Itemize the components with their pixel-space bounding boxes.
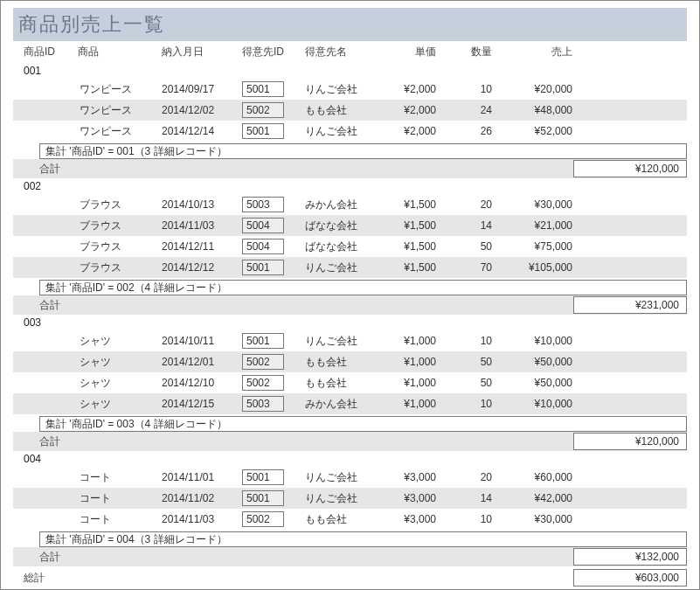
header-date: 納入月日	[162, 45, 239, 59]
customer-id: 5003	[242, 396, 301, 412]
grand-total-row: 総計 ¥603,000	[13, 568, 687, 587]
customer-id-field[interactable]: 5003	[242, 396, 284, 412]
customer-name: もも会社	[305, 512, 378, 527]
data-row: コート2014/11/035002もも会社¥3,00010¥30,000	[13, 509, 687, 530]
customer-id: 5001	[242, 490, 301, 506]
group-summary-box: 集計 '商品ID' = 004（3 詳細レコード）	[39, 531, 687, 547]
product-name: ワンピース	[78, 124, 158, 139]
customer-id-field[interactable]: 5004	[242, 218, 284, 233]
subtotal-value: ¥231,000	[573, 296, 687, 314]
customer-id-field[interactable]: 5001	[242, 333, 284, 349]
delivery-date: 2014/12/01	[162, 356, 239, 368]
subtotal-value: ¥132,000	[573, 548, 687, 566]
delivery-date: 2014/11/01	[162, 471, 239, 483]
subtotal-label: 合計	[13, 434, 100, 449]
delivery-date: 2014/12/15	[162, 398, 239, 410]
product-name: コート	[78, 470, 158, 485]
customer-name: りんご会社	[305, 334, 378, 349]
subtotal-value: ¥120,000	[573, 160, 687, 177]
report-title: 商品別売上一覧	[13, 8, 687, 41]
subtotal-row: 合計¥132,000	[13, 547, 687, 566]
quantity: 20	[447, 198, 499, 211]
header-customer-name: 得意先名	[305, 45, 378, 59]
header-sales: 売上	[502, 45, 572, 59]
quantity: 50	[447, 356, 499, 368]
data-row: シャツ2014/10/115001りんご会社¥1,00010¥10,000	[13, 330, 687, 351]
group-id: 001	[13, 63, 687, 79]
customer-name: りんご会社	[305, 491, 378, 506]
groups-container: 001ワンピース2014/09/175001りんご会社¥2,00010¥20,0…	[13, 63, 687, 566]
sales-amount: ¥105,000	[502, 261, 572, 274]
customer-id: 5001	[242, 333, 301, 349]
customer-id-field[interactable]: 5004	[242, 239, 284, 254]
data-row: ワンピース2014/09/175001りんご会社¥2,00010¥20,000	[13, 79, 687, 100]
sales-amount: ¥20,000	[502, 83, 572, 95]
quantity: 14	[447, 219, 499, 232]
customer-name: ばなな会社	[305, 239, 378, 254]
customer-name: もも会社	[305, 376, 378, 391]
customer-id-field[interactable]: 5001	[242, 490, 284, 506]
product-name: ワンピース	[78, 82, 158, 97]
sales-amount: ¥10,000	[502, 335, 572, 347]
unit-price: ¥1,000	[382, 335, 443, 347]
unit-price: ¥2,000	[382, 83, 443, 95]
delivery-date: 2014/11/02	[162, 492, 239, 504]
sales-amount: ¥50,000	[502, 377, 572, 389]
delivery-date: 2014/12/10	[162, 377, 239, 389]
delivery-date: 2014/11/03	[162, 219, 239, 232]
customer-id-field[interactable]: 5002	[242, 102, 284, 118]
customer-id-field[interactable]: 5001	[242, 81, 284, 97]
unit-price: ¥3,000	[382, 471, 443, 483]
data-row: ブラウス2014/12/115004ばなな会社¥1,50050¥75,000	[13, 236, 687, 257]
quantity: 10	[447, 398, 499, 410]
customer-id: 5001	[242, 81, 301, 97]
header-unit-price: 単価	[382, 45, 443, 59]
customer-id-field[interactable]: 5002	[242, 354, 284, 370]
quantity: 10	[447, 335, 499, 347]
customer-id-field[interactable]: 5003	[242, 197, 284, 212]
customer-id-field[interactable]: 5002	[242, 511, 284, 527]
customer-id: 5002	[242, 354, 301, 370]
customer-id: 5001	[242, 123, 301, 139]
customer-id-field[interactable]: 5001	[242, 123, 284, 139]
customer-name: りんご会社	[305, 260, 378, 275]
customer-id: 5003	[242, 197, 301, 212]
quantity: 24	[447, 104, 499, 116]
data-row: ブラウス2014/11/035004ばなな会社¥1,50014¥21,000	[13, 215, 687, 236]
product-name: ブラウス	[78, 260, 158, 275]
delivery-date: 2014/10/11	[162, 335, 239, 347]
sales-amount: ¥75,000	[502, 240, 572, 253]
unit-price: ¥3,000	[382, 492, 443, 504]
subtotal-value: ¥120,000	[573, 433, 687, 450]
customer-id: 5002	[242, 102, 301, 118]
delivery-date: 2014/12/14	[162, 125, 239, 137]
customer-id: 5002	[242, 375, 301, 391]
header-product: 商品	[78, 45, 158, 59]
quantity: 14	[447, 492, 499, 504]
column-headers: 商品ID 商品 納入月日 得意先ID 得意先名 単価 数量 売上	[13, 43, 687, 63]
delivery-date: 2014/09/17	[162, 83, 239, 95]
product-name: ワンピース	[78, 103, 158, 118]
sales-amount: ¥60,000	[502, 471, 572, 483]
unit-price: ¥1,000	[382, 377, 443, 389]
report-page: 商品別売上一覧 商品ID 商品 納入月日 得意先ID 得意先名 単価 数量 売上…	[0, 0, 700, 590]
delivery-date: 2014/10/13	[162, 198, 239, 211]
customer-id-field[interactable]: 5001	[242, 469, 284, 485]
delivery-date: 2014/12/02	[162, 104, 239, 116]
data-row: コート2014/11/025001りんご会社¥3,00014¥42,000	[13, 488, 687, 509]
data-row: ワンピース2014/12/145001りんご会社¥2,00026¥52,000	[13, 121, 687, 142]
subtotal-label: 合計	[13, 162, 100, 177]
customer-name: みかん会社	[305, 397, 378, 412]
customer-id-field[interactable]: 5002	[242, 375, 284, 391]
subtotal-row: 合計¥120,000	[13, 432, 687, 451]
unit-price: ¥3,000	[382, 513, 443, 525]
header-product-id: 商品ID	[24, 45, 74, 59]
unit-price: ¥2,000	[382, 125, 443, 137]
product-name: ブラウス	[78, 239, 158, 254]
quantity: 20	[447, 471, 499, 483]
customer-id-field[interactable]: 5001	[242, 260, 284, 275]
customer-name: もも会社	[305, 103, 378, 118]
unit-price: ¥1,500	[382, 198, 443, 211]
quantity: 26	[447, 125, 499, 137]
sales-amount: ¥21,000	[502, 219, 572, 232]
